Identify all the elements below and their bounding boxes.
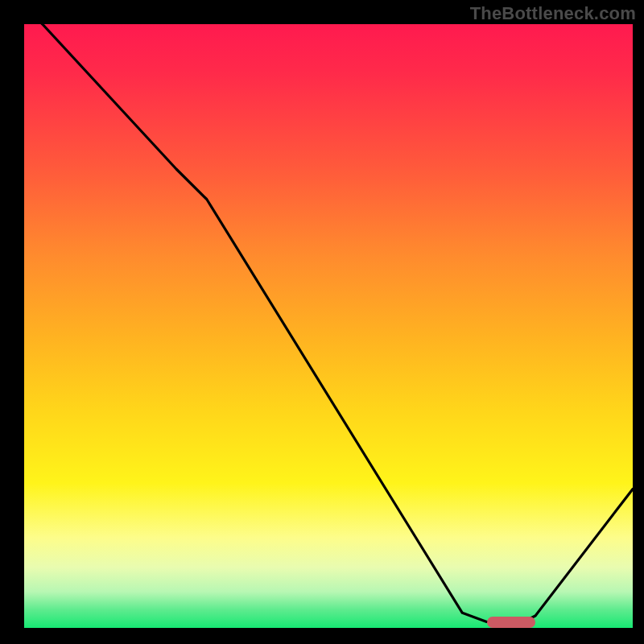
chart-frame: TheBottleneck.com (0, 0, 644, 644)
optimal-range-marker (487, 617, 535, 628)
bottleneck-curve (24, 24, 633, 622)
curve-plot (24, 24, 633, 628)
watermark-text: TheBottleneck.com (470, 3, 636, 24)
